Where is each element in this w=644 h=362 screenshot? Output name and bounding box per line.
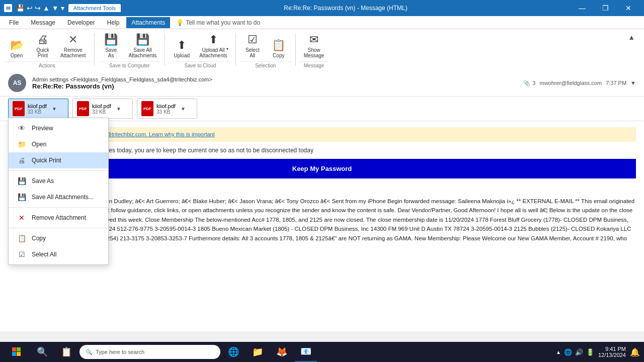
ribbon-group-actions-buttons: 📂 Open 🖨 QuickPrint ✕ RemoveAttachment [4,31,90,60]
email-subject: Re:Re:Re: Passwords (vn) [32,82,517,90]
expand-header-button[interactable]: ▼ [630,80,636,86]
menu-developer[interactable]: Developer [62,17,100,28]
taskbar-app-edge[interactable]: 🌐 [222,342,245,362]
lightbulb-icon: 💡 [176,19,184,26]
attachment-item-2[interactable]: PDF kiiof.pdf 33 KB ▼ [137,99,197,119]
taskbar-app-firefox[interactable]: 🦊 [271,342,293,362]
divider-1 [94,33,95,66]
attachment-size-1: 33 KB [92,109,111,115]
app-icon: ✉ [4,4,12,12]
email-header: AS Admin settings <Fieldglass_Fieldglass… [0,70,644,97]
attachment-chevron-2[interactable]: ▼ [181,106,186,112]
save-as-icon: 💾 [104,33,118,46]
remove-label: RemoveAttachment [60,47,86,58]
attachment-item-1[interactable]: PDF kiiof.pdf 33 KB ▼ [72,99,133,119]
task-view-button[interactable]: 📋 [55,342,77,362]
email-header-info: Admin settings <Fieldglass_Fieldglass_Fi… [32,76,517,90]
ctx-save-all[interactable]: 💾 Save All Attachments... [9,189,108,205]
save-cloud-buttons: ⬆ Upload ⬆ Upload AllAttachments ▾ [169,31,231,60]
system-clock[interactable]: 9:41 PM 12/13/2024 [598,346,626,358]
selection-label: Selection [240,61,291,70]
menu-help[interactable]: Help [102,17,125,28]
attachment-chevron-0[interactable]: ▼ [52,106,57,112]
upload-all-button[interactable]: ⬆ Upload AllAttachments ▾ [195,31,231,60]
ctx-copy-icon: 📋 [17,233,27,243]
quick-print-button[interactable]: 🖨 QuickPrint [30,31,55,60]
save-all-button[interactable]: 💾 Save AllAttachments [125,31,161,60]
menu-message[interactable]: Message [26,17,60,28]
attachment-size-2: 33 KB [156,109,176,115]
ctx-quick-print[interactable]: 🖨 Quick Print [9,152,108,168]
undo-icon[interactable]: ↩ [27,4,33,12]
ribbon-collapse-button[interactable]: ▲ [625,32,638,42]
restore-button[interactable]: ❒ [594,0,617,16]
tell-me-text: Tell me what you want to do [186,19,260,26]
email-time: 7:37 PM [606,80,626,86]
clock-time: 9:41 PM [598,346,626,352]
upload-all-label: Upload AllAttachments [199,47,227,58]
close-button[interactable]: ✕ [617,0,640,16]
remove-icon: ✕ [68,33,77,46]
ctx-open[interactable]: 📁 Open [9,136,108,152]
copy-button[interactable]: 📋 Copy [266,37,291,60]
upload-label: Upload [174,53,190,58]
attachment-item-0[interactable]: PDF kiiof.pdf 33 KB ▼ [8,99,68,119]
ctx-save-as-label: Save As [32,177,54,185]
select-all-button[interactable]: ☑ SelectAll [240,31,265,60]
open-button[interactable]: 📂 Open [4,37,29,60]
minimize-button[interactable]: — [571,0,594,16]
ctx-preview[interactable]: 👁 Preview [9,120,108,136]
redo-icon[interactable]: ↪ [35,4,41,12]
attachment-count: 📎 3 [523,80,535,86]
tray-network-icon: 🌐 [564,348,572,356]
taskbar-search-box[interactable]: 🔍 Type here to search [79,345,220,359]
save-as-button[interactable]: 💾 SaveAs [99,31,124,60]
actions-group-label: Actions [4,61,90,70]
email-from: Admin settings <Fieldglass_Fieldglass_Fi… [32,76,517,82]
title-bar: ✉ 💾 ↩ ↪ ▲ ▼ ▾ Attachment Tools Re:Re:Re:… [0,0,644,16]
tell-me-bar[interactable]: 💡 Tell me what you want to do [176,19,260,26]
pdf-icon-2: PDF [141,101,153,116]
ctx-save-all-icon: 💾 [17,192,27,202]
message-buttons: ✉ ShowMessage [300,31,329,60]
show-message-button[interactable]: ✉ ShowMessage [300,31,329,60]
down-icon[interactable]: ▼ [52,4,59,12]
menu-file[interactable]: File [4,17,24,28]
taskbar-app-explorer[interactable]: 📁 [247,342,269,362]
ribbon-collapse-area: ▲ [623,31,640,70]
ribbon-group-selection: ☑ SelectAll 📋 Copy Selection [240,31,291,70]
context-menu: 👁 Preview 📁 Open 🖨 Quick Print 💾 Save As… [8,118,109,265]
remove-attachment-button[interactable]: ✕ RemoveAttachment [56,31,90,60]
avatar: AS [8,74,26,92]
save-as-label: SaveAs [105,47,117,58]
save-icon[interactable]: 💾 [16,4,25,12]
divider-3 [235,33,236,66]
attachment-chevron-1[interactable]: ▼ [116,106,121,112]
notification-button[interactable]: 🔔 [630,347,640,357]
ribbon-group-message: ✉ ShowMessage Message [300,31,329,70]
search-taskbar-button[interactable]: 🔍 [31,342,53,362]
ctx-quick-print-label: Quick Print [32,157,61,164]
upload-icon: ⬆ [177,39,186,52]
ctx-select-all[interactable]: ☑ Select All [9,246,108,262]
ctx-copy[interactable]: 📋 Copy [9,230,108,246]
attachment-info-0: kiiof.pdf 33 KB [28,103,47,115]
ctx-save-as[interactable]: 💾 Save As [9,173,108,189]
system-tray: ▲ 🌐 🔊 🔋 [556,348,594,356]
window-controls: — ❒ ✕ [571,0,640,16]
quick-access-toolbar: 💾 ↩ ↪ ▲ ▼ ▾ [16,4,64,12]
up-icon[interactable]: ▲ [43,4,50,12]
ctx-remove[interactable]: ✕ Remove Attachment [9,210,108,226]
menu-attachments[interactable]: Attachments [126,17,170,28]
paperclip-icon: 📎 [523,80,530,86]
menu-bar: File Message Developer Help Attachments … [0,16,644,29]
attachment-name-1: kiiof.pdf [92,103,111,109]
more-icon[interactable]: ▾ [61,4,64,12]
svg-rect-0 [12,347,16,351]
copy-label: Copy [273,53,284,58]
tray-up-arrow[interactable]: ▲ [556,349,561,355]
start-button[interactable] [4,342,29,362]
upload-button[interactable]: ⬆ Upload [169,37,194,60]
ctx-open-icon: 📁 [17,139,27,149]
taskbar-app-outlook[interactable]: 📧 [295,342,317,362]
